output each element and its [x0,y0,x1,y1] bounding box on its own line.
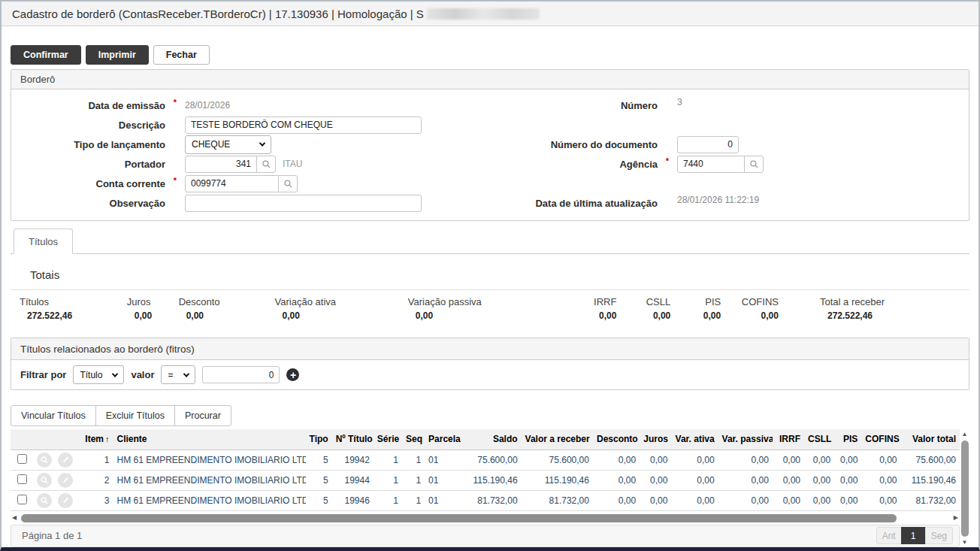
titlebar: Cadastro de borderô (ContasReceber.TBord… [2,2,978,26]
column-var-ativa[interactable]: Var. ativa [671,429,718,450]
grid-toolbar: Vincular Títulos Excluir Títulos Procura… [11,405,969,426]
search-icon [283,179,293,189]
pager: Ant 1 Seg [876,527,953,544]
filter-value-input[interactable] [202,366,280,383]
print-button[interactable]: Imprimir [86,45,149,65]
agencia-label: Agência [504,154,658,174]
total-cofins: COFINS0,00 [721,296,779,321]
portador-input[interactable] [185,156,257,173]
tipo-lancamento-value: CHEQUE [192,139,230,150]
excluir-titulos-button[interactable]: Excluir Títulos [95,405,175,426]
filter-operator-select[interactable]: = [161,365,195,384]
row-checkbox[interactable] [17,495,27,504]
search-icon [749,159,759,169]
column-pis[interactable]: PIS [834,429,861,450]
view-row-button[interactable] [37,493,52,508]
portador-description: ITAU [283,159,302,169]
chevron-down-icon [112,371,118,377]
bordero-panel-title: Borderô [11,70,969,89]
observacao-label: Observação [11,193,165,213]
column-var-passiva[interactable]: Var. passiva [718,429,773,450]
horizontal-scrollbar[interactable]: ◀ ▶ [11,513,960,523]
pencil-icon [62,456,70,464]
required-asterisk: * [658,154,677,174]
conta-corrente-lookup-button[interactable] [278,175,298,192]
column-csll[interactable]: CSLL [804,429,834,450]
numero-documento-input[interactable] [677,136,739,153]
edit-row-button[interactable] [58,493,73,508]
total-desconto: Desconto0,00 [179,296,275,321]
column-valor-a-receber[interactable]: Valor a receber [522,429,593,450]
app-window: Cadastro de borderô (ContasReceber.TBord… [0,0,980,551]
agencia-lookup-button[interactable] [744,156,764,173]
conta-corrente-label: Conta corrente [11,174,165,193]
edit-row-button[interactable] [58,453,73,468]
scroll-up-icon[interactable]: ▲ [962,431,968,437]
column-seq[interactable]: Seq [402,429,425,450]
descricao-label: Descrição [11,115,165,135]
ultima-atualizacao-value: 28/01/2026 11:22:19 [677,195,759,205]
column-desconto[interactable]: Desconto [593,429,640,450]
scroll-down-icon[interactable]: ▼ [962,540,968,546]
vincular-titulos-button[interactable]: Vincular Títulos [11,405,96,426]
vertical-scrollbar[interactable]: ▲ ▼ [960,429,969,547]
row-checkbox[interactable] [17,454,27,464]
filter-field-select[interactable]: Título [73,365,124,384]
column-cliente[interactable]: Cliente [113,429,306,450]
edit-row-button[interactable] [58,473,73,488]
tipo-lancamento-label: Tipo de lançamento [11,135,165,154]
pagination-bar: Página 1 de 1 Ant 1 Seg [11,525,960,547]
current-page-button[interactable]: 1 [901,527,926,544]
search-icon [40,496,49,505]
prev-page-button[interactable]: Ant [876,527,902,544]
sort-asc-icon: ↑ [105,434,110,444]
table-row: 2 HM 61 EMPREENDIMENTO IMOBILIARIO LTDA … [11,470,960,490]
column-serie[interactable]: Série [374,429,402,450]
total-juros: Juros0,00 [127,296,179,321]
search-icon [40,476,49,485]
redacted-text [427,8,540,20]
scroll-right-icon[interactable]: ▶ [954,515,958,521]
total-variacao-passiva: Variação passiva0,00 [408,296,564,321]
main-content: Confirmar Imprimir Fechar Borderô Data d… [2,45,978,547]
view-row-button[interactable] [37,473,52,488]
total-pis: PIS0,00 [670,296,721,321]
conta-corrente-input[interactable] [185,175,279,192]
observacao-input[interactable] [185,195,422,212]
column-saldo[interactable]: Saldo [461,429,521,450]
total-irrf: IRRF0,00 [564,296,617,321]
required-asterisk: * [165,95,185,115]
numero-value: 3 [677,97,682,107]
row-checkbox[interactable] [17,474,27,484]
toolbar: Confirmar Imprimir Fechar [11,45,969,65]
column-juros[interactable]: Juros [640,429,671,450]
tipo-lancamento-select[interactable]: CHEQUE [185,135,271,154]
procurar-button[interactable]: Procurar [174,405,231,426]
view-row-button[interactable] [37,453,52,468]
column-tipo[interactable]: Tipo [306,429,332,450]
scroll-left-icon[interactable]: ◀ [12,515,17,521]
column-irrf[interactable]: IRRF [773,429,804,450]
column-item[interactable]: Item↑ [75,429,113,450]
filter-row: Filtrar por Título valor = + [11,360,969,389]
column-valor-total[interactable]: Valor total [901,429,960,450]
titulos-table: Item↑ Cliente Tipo Nº Título Série Seq P… [11,429,960,511]
tab-bar: Títulos [11,229,969,253]
portador-lookup-button[interactable] [256,156,276,173]
column-cofins[interactable]: COFINS [861,429,900,450]
filter-value-label: valor [131,369,154,380]
data-emissao-value: 28/01/2026 [185,100,230,111]
column-no-titulo[interactable]: Nº Título [332,429,374,450]
vertical-scrollbar-thumb[interactable] [961,440,969,537]
agencia-input[interactable] [677,156,745,173]
descricao-input[interactable] [185,117,422,134]
grid-area: Item↑ Cliente Tipo Nº Título Série Seq P… [11,429,969,547]
total-csll: CSLL0,00 [616,296,670,321]
tab-titulos[interactable]: Títulos [14,229,73,254]
horizontal-scrollbar-thumb[interactable] [21,514,896,522]
confirm-button[interactable]: Confirmar [11,45,81,65]
add-filter-icon[interactable]: + [286,368,299,381]
column-parcela[interactable]: Parcela [425,429,461,450]
close-button[interactable]: Fechar [153,45,210,65]
next-page-button[interactable]: Seg [925,527,953,544]
